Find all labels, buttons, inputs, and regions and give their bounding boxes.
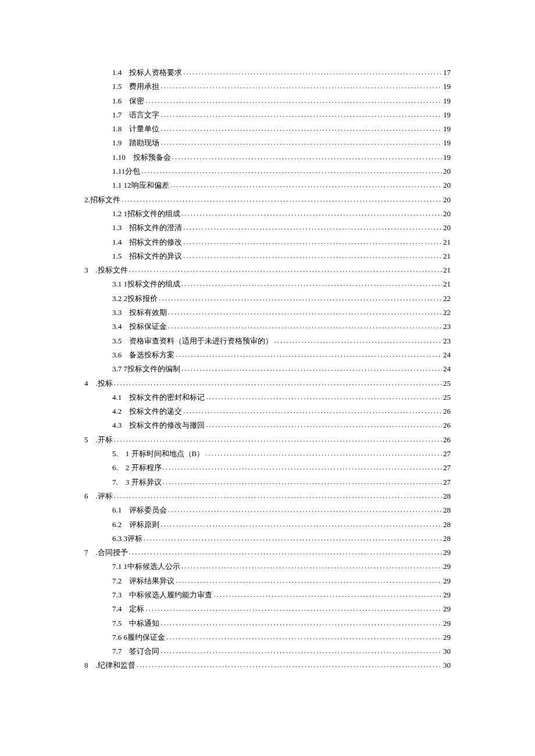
toc-entry-title: 合同授予 [98,548,128,557]
toc-entry-page: 29 [443,562,451,570]
toc-entry-title: 评标原则 [129,520,159,529]
toc-entry-label: 7.4 定标 [112,605,144,612]
toc-entry-gap [122,619,129,627]
toc-entry-label: 1.4 招标文件的修改 [112,238,182,246]
toc-entry-title: 1 开标时间和地点（B） [126,449,204,458]
toc-entry-number: 4.2 [112,407,122,415]
toc-leader-dots [183,407,442,414]
toc-entry-page: 20 [443,167,451,175]
toc-entry-number: 3.7 7 [112,365,127,372]
toc-leader-dots [141,167,442,174]
toc-entry-number: 7.3 [112,591,122,599]
toc-entry-gap [122,577,129,585]
toc-leader-dots [163,463,443,471]
toc-entry-page: 20 [443,210,451,217]
toc-entry-label: 6.2 评标原则 [112,521,159,528]
toc-entry-number: 1.7 [112,111,122,119]
toc-entry-number: 7.7 [112,647,122,655]
toc-entry-label: 4.2 投标文件的递交 [112,407,182,415]
toc-entry-gap [118,478,126,486]
toc-entry-page: 23 [443,323,451,330]
toc-entry-number: 1.5 [112,252,122,260]
toc-entry-page: 27 [443,478,451,486]
toc-entry-title: 投标文件的编制 [127,364,180,373]
toc-entry: 1.11 分包20 [84,167,451,175]
toc-entry: 3.2 2 投标报价22 [84,295,451,302]
toc-entry-title: 投标文件的修改与撤回 [129,421,205,429]
toc-leader-dots [181,364,442,372]
toc-entry-page: 23 [443,337,451,345]
toc-entry: 7. 3 开标异议27 [84,478,451,486]
toc-entry-title: 费用承担 [129,82,159,91]
toc-entry-page: 26 [443,436,451,443]
toc-entry: 7.4 定标29 [84,605,451,612]
toc-entry-label: 3 .投标文件 [84,266,128,274]
toc-entry: 5 .开标26 [84,436,451,443]
toc-entry-gap [122,591,129,599]
toc-entry-page: 21 [443,266,451,274]
toc-entry-number: 7.2 [112,577,122,585]
toc-entry-label: 3.5 资格审查资料（适用于未进行资格预审的） [112,337,273,345]
toc-entry: 1.9 踏勘现场19 [84,139,451,146]
toc-entry-label: 1.9 踏勘现场 [112,139,159,146]
toc-entry-label: 4.1 投标文件的密封和标记 [112,393,205,401]
toc-entry-number: 1.9 [112,139,122,146]
toc-entry-page: 21 [443,252,451,260]
toc-entry-page: 28 [443,506,451,514]
toc-entry-label: 2.招标文件 [84,196,120,203]
toc-entry-label: 3.1 1 投标文件的组成 [112,280,180,288]
toc-entry-label: 1.4 投标人资格要求 [112,69,182,76]
toc-entry-page: 19 [443,153,451,161]
toc-entry-title: 定标 [129,604,144,613]
toc-entry-number: 3.2 2 [112,295,127,302]
toc-entry-number: 3.5 [112,337,122,345]
toc-entry-label: 3.4 投标保证金 [112,323,167,330]
toc-entry-gap [122,69,129,76]
toc-leader-dots [213,590,442,598]
toc-entry-title: 招标文件 [90,195,120,204]
toc-entry-number: 3.4 [112,323,122,330]
toc-entry-number: 6. [112,464,118,471]
toc-leader-dots [160,647,442,654]
toc-entry-label: 1.5 招标文件的异议 [112,252,182,260]
toc-entry-label: 6 .评标 [84,492,113,500]
toc-leader-dots [176,576,442,584]
toc-entry-page: 19 [443,139,451,146]
toc-leader-dots [160,82,442,89]
toc-entry: 4.3 投标文件的修改与撤回26 [84,421,451,429]
toc-entry-gap [122,224,129,231]
toc-entry-label: 6.1 评标委员会 [112,506,167,514]
toc-entry-gap [118,464,126,471]
toc-entry-gap [122,647,129,655]
toc-entry-number: 7. [112,478,118,486]
toc-entry-title: 踏勘现场 [129,138,159,147]
toc-entry-gap [122,521,129,528]
toc-entry-label: 3.2 2 投标报价 [112,295,158,302]
toc-entry: 3 .投标文件21 [84,266,451,274]
toc-entry: 1.2 1 招标文件的组成20 [84,210,451,217]
toc-entry-title: 开标 [98,435,113,444]
toc-leader-dots [168,506,442,513]
toc-entry-label: 1.11 分包 [112,167,140,175]
toc-entry-gap [122,139,129,146]
toc-leader-dots [206,393,442,400]
toc-entry-gap [122,97,129,105]
toc-leader-dots [160,110,442,118]
toc-leader-dots [166,633,442,640]
toc-leader-dots [168,308,442,316]
toc-entry-title: 履约保证金 [127,633,165,642]
toc-entry-page: 24 [443,365,451,372]
toc-entry-label: 7.5 中标通知 [112,619,159,627]
toc-entry-page: 21 [443,280,451,288]
toc-entry-page: 19 [443,125,451,132]
toc-entry-label: 7. 3 开标异议 [112,478,162,486]
toc-leader-dots [183,252,442,259]
toc-entry-title: 分包 [125,167,140,175]
toc-entry: 1.4 招标文件的修改21 [84,238,451,246]
toc-entry-title: 投标保证金 [129,322,167,331]
toc-entry-page: 26 [443,407,451,415]
toc-entry-page: 25 [443,379,451,387]
toc-entry-gap [122,337,129,345]
toc-entry: 4 .投标25 [84,379,451,387]
toc-leader-dots [122,195,442,203]
